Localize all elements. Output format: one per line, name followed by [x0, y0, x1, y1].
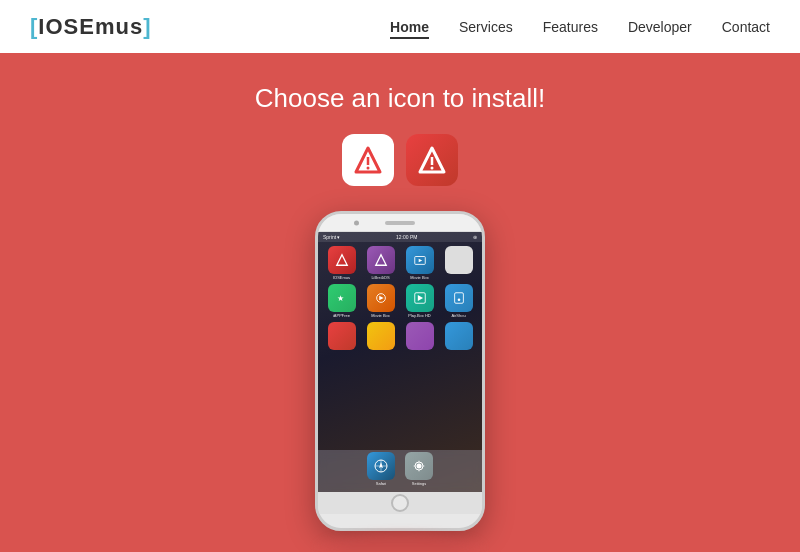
nav-link-developer[interactable]: Developer [628, 19, 692, 35]
dock-item-settings[interactable]: Settings [405, 452, 433, 486]
status-carrier: Sprint ▾ [323, 234, 340, 240]
nav-link-contact[interactable]: Contact [722, 19, 770, 35]
app-icon-extra1[interactable] [328, 322, 356, 350]
app-icon-extra4[interactable] [445, 322, 473, 350]
phone-screen: Sprint ▾ 12:00 PM ⊛ IOSEmus [318, 232, 482, 492]
list-item[interactable] [402, 322, 437, 351]
app-icon-playboxhd[interactable] [406, 284, 434, 312]
phone-speaker [385, 221, 415, 225]
svg-marker-7 [375, 255, 386, 266]
icon-choice-white[interactable] [342, 134, 394, 186]
phone-reflection [318, 533, 483, 552]
app-label-playboxhd: Play.Box HD [408, 313, 430, 318]
svg-marker-12 [379, 296, 383, 300]
app-icon-iappfree[interactable]: ★ [328, 284, 356, 312]
icon-choices [342, 134, 458, 186]
safari-icon[interactable] [367, 452, 395, 480]
app-icon-airshou[interactable] [445, 284, 473, 312]
list-item[interactable]: Play.Box HD [402, 284, 437, 318]
phone-bottom-bar [318, 492, 482, 514]
phone: Sprint ▾ 12:00 PM ⊛ IOSEmus [315, 211, 485, 531]
app-logo-white-icon [352, 144, 384, 176]
list-item[interactable] [441, 246, 476, 280]
svg-point-21 [417, 464, 422, 469]
list-item[interactable] [441, 322, 476, 351]
phone-dock: Safari Settings [318, 450, 482, 492]
list-item[interactable]: Movie Box [402, 246, 437, 280]
list-item[interactable]: LiBre4iOS [363, 246, 398, 280]
svg-point-2 [367, 167, 370, 170]
nav-item-home[interactable]: Home [390, 18, 429, 36]
list-item[interactable]: ★ iAPPFree [324, 284, 359, 318]
app-label-moviebox: Movie Box [410, 275, 429, 280]
page-heading: Choose an icon to install! [255, 83, 546, 114]
status-battery: ⊛ [473, 234, 477, 240]
nav-item-developer[interactable]: Developer [628, 18, 692, 36]
list-item[interactable]: AirShou [441, 284, 476, 318]
dock-label-settings: Settings [412, 481, 426, 486]
list-item[interactable] [363, 322, 398, 351]
nav-links: Home Services Features Developer Contact [390, 18, 770, 36]
svg-point-5 [431, 167, 434, 170]
navbar: [IOSEmus] Home Services Features Develop… [0, 0, 800, 53]
phone-apps-grid: IOSEmus LiBre4iOS Movie Box [318, 242, 482, 355]
phone-camera [354, 220, 359, 225]
logo: [IOSEmus] [30, 14, 151, 40]
list-item[interactable] [324, 322, 359, 351]
phone-top-bar [318, 214, 482, 232]
app-icon-iosemus[interactable] [328, 246, 356, 274]
nav-link-services[interactable]: Services [459, 19, 513, 35]
main-content: Choose an icon to install! [0, 53, 800, 541]
logo-bracket-right: ] [143, 14, 151, 39]
svg-point-16 [457, 298, 460, 301]
app-logo-red-icon [416, 144, 448, 176]
app-label-iosemus: IOSEmus [333, 275, 350, 280]
logo-text: IOSEmus [38, 14, 143, 39]
nav-item-features[interactable]: Features [543, 18, 598, 36]
app-label-libre4ios: LiBre4iOS [371, 275, 389, 280]
nav-item-contact[interactable]: Contact [722, 18, 770, 36]
list-item[interactable]: IOSEmus [324, 246, 359, 280]
app-icon-empty1[interactable] [445, 246, 473, 274]
svg-marker-9 [418, 259, 422, 263]
app-label-airshou: AirShou [451, 313, 465, 318]
app-icon-moviebox2[interactable] [367, 284, 395, 312]
settings-icon[interactable] [405, 452, 433, 480]
svg-marker-6 [336, 255, 347, 266]
app-icon-moviebox[interactable] [406, 246, 434, 274]
app-label-iappfree: iAPPFree [333, 313, 350, 318]
app-icon-extra3[interactable] [406, 322, 434, 350]
svg-text:★: ★ [336, 294, 343, 303]
dock-label-safari: Safari [376, 481, 386, 486]
svg-rect-15 [454, 293, 463, 304]
app-icon-libre4ios[interactable] [367, 246, 395, 274]
status-time: 12:00 PM [396, 234, 417, 240]
nav-item-services[interactable]: Services [459, 18, 513, 36]
nav-link-features[interactable]: Features [543, 19, 598, 35]
nav-link-home[interactable]: Home [390, 19, 429, 39]
list-item[interactable]: Movie Box [363, 284, 398, 318]
phone-status-bar: Sprint ▾ 12:00 PM ⊛ [318, 232, 482, 242]
phone-container: Sprint ▾ 12:00 PM ⊛ IOSEmus [315, 211, 485, 541]
icon-choice-red[interactable] [406, 134, 458, 186]
svg-marker-14 [417, 295, 422, 301]
dock-item-safari[interactable]: Safari [367, 452, 395, 486]
app-label-moviebox2: Movie Box [371, 313, 390, 318]
app-icon-extra2[interactable] [367, 322, 395, 350]
home-button[interactable] [391, 494, 409, 512]
